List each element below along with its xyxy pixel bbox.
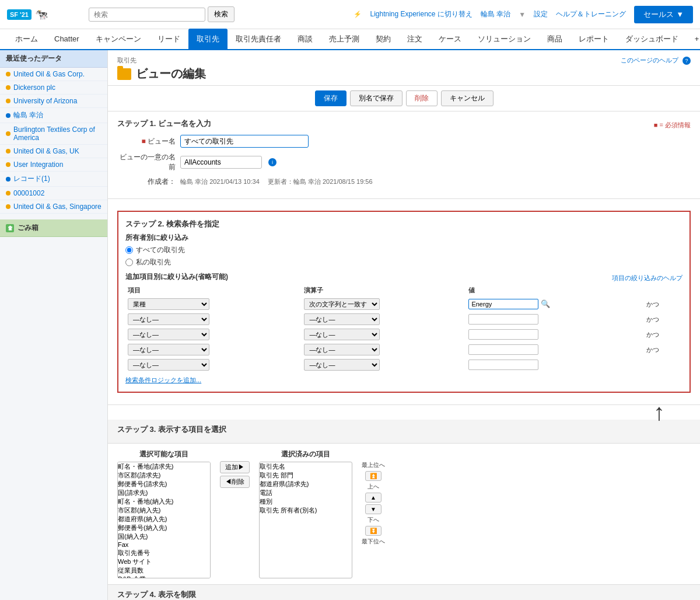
sidebar-item-7[interactable]: レコード(1) bbox=[0, 172, 107, 187]
up-label: 上へ bbox=[368, 483, 379, 491]
view-name-input[interactable] bbox=[180, 135, 309, 148]
save-as-button-top[interactable]: 別名で保存 bbox=[350, 90, 402, 106]
nav-forecast[interactable]: 売上予測 bbox=[321, 29, 368, 50]
nav-dashboard[interactable]: ダッシュボード bbox=[617, 29, 687, 50]
help-link[interactable]: ヘルプ＆トレーニング bbox=[556, 9, 626, 19]
available-item-9[interactable]: Fax bbox=[118, 541, 210, 549]
available-item-6[interactable]: 都道府県(納入先) bbox=[118, 515, 210, 524]
selected-list-area: 選択済みの項目 取引先名 取引先 部門 都道府県(請求先) 電話 種別 取引先 … bbox=[259, 449, 352, 578]
available-item-2[interactable]: 郵便番号(請求先) bbox=[118, 480, 210, 489]
search-input[interactable] bbox=[89, 8, 205, 22]
filter-value-input-1[interactable] bbox=[468, 314, 538, 325]
available-item-10[interactable]: 取引先番号 bbox=[118, 549, 210, 557]
user-menu[interactable]: 輪島 幸治 bbox=[481, 9, 510, 19]
nav-contract[interactable]: 契約 bbox=[368, 29, 399, 50]
available-item-7[interactable]: 郵便番号(納入先) bbox=[118, 524, 210, 532]
nav-product[interactable]: 商品 bbox=[539, 29, 570, 50]
selected-item-5[interactable]: 取引先 所有者(別名) bbox=[260, 506, 352, 515]
move-up-button[interactable]: ▲ bbox=[365, 493, 382, 503]
available-item-4[interactable]: 町名・番地(納入先) bbox=[118, 497, 210, 506]
owner-all-item: すべての取引先 bbox=[125, 245, 682, 255]
available-item-3[interactable]: 国(請求先) bbox=[118, 489, 210, 497]
add-logic-link[interactable]: 検索条件ロジックを追加... bbox=[125, 376, 201, 385]
filter-value-input-2[interactable] bbox=[468, 329, 538, 340]
nav-home[interactable]: ホーム bbox=[7, 29, 46, 50]
nav-account[interactable]: 取引先 bbox=[188, 29, 228, 50]
cancel-button-top[interactable]: キャンセル bbox=[441, 90, 494, 106]
sidebar-trash-section: 🗑 ごみ箱 bbox=[0, 219, 107, 237]
available-item-11[interactable]: Web サイト bbox=[118, 557, 210, 566]
remove-button[interactable]: ◀削除 bbox=[220, 476, 250, 488]
available-item-0[interactable]: 町名・番地(請求先) bbox=[118, 462, 210, 471]
sidebar-item-0[interactable]: United Oil & Gas Corp. bbox=[0, 68, 107, 81]
owner-mine-radio[interactable] bbox=[125, 259, 133, 266]
search-area: 検索 bbox=[89, 6, 252, 22]
selected-item-3[interactable]: 電話 bbox=[260, 489, 352, 497]
sidebar-item-5[interactable]: United Oil & Gas, UK bbox=[0, 145, 107, 158]
page-help-link[interactable]: このページのヘルプ bbox=[621, 56, 678, 65]
move-bottom-button[interactable]: ⏬ bbox=[365, 526, 382, 536]
selected-list[interactable]: 取引先名 取引先 部門 都道府県(請求先) 電話 種別 取引先 所有者(別名) bbox=[259, 462, 352, 578]
sidebar-item-3[interactable]: 輪島 幸治 bbox=[0, 108, 107, 123]
sidebar-item-6[interactable]: User Integration bbox=[0, 158, 107, 172]
nav-chatter[interactable]: Chatter bbox=[46, 29, 88, 50]
sidebar-dot bbox=[6, 85, 10, 90]
filter-row-4: —なし— —なし— bbox=[125, 357, 682, 372]
selected-item-2[interactable]: 都道府県(請求先) bbox=[260, 480, 352, 489]
filter-op-select-4[interactable]: —なし— bbox=[304, 359, 380, 371]
lightning-link[interactable]: Lightning Experience に切り替え bbox=[370, 9, 472, 19]
filter-item-select-4[interactable]: —なし— bbox=[128, 359, 209, 371]
nav-more[interactable]: + bbox=[687, 29, 700, 50]
nav-opportunity[interactable]: 商談 bbox=[289, 29, 321, 50]
nav-campaign[interactable]: キャンペーン bbox=[88, 29, 149, 50]
settings-link[interactable]: 設定 bbox=[534, 9, 548, 19]
filter-op-select-2[interactable]: —なし— bbox=[304, 329, 380, 340]
filter-help-link[interactable]: 項目の絞り込みのヘルプ bbox=[612, 274, 682, 282]
move-down-button[interactable]: ▼ bbox=[365, 504, 382, 514]
available-list[interactable]: 町名・番地(請求先) 市区郡(請求先) 郵便番号(請求先) 国(請求先) 町名・… bbox=[117, 462, 211, 578]
search-button[interactable]: 検索 bbox=[208, 6, 235, 22]
delete-button-top[interactable]: 削除 bbox=[406, 90, 438, 106]
nav-solution[interactable]: ソリューション bbox=[470, 29, 539, 50]
filter-and-1: かつ bbox=[646, 316, 659, 323]
save-button-top[interactable]: 保存 bbox=[315, 90, 346, 106]
nav-lead[interactable]: リード bbox=[149, 29, 188, 50]
filter-value-input-3[interactable] bbox=[468, 344, 538, 355]
filter-item-select-2[interactable]: —なし— bbox=[128, 329, 209, 340]
nav-case[interactable]: ケース bbox=[430, 29, 470, 50]
selected-item-4[interactable]: 種別 bbox=[260, 497, 352, 506]
nav-report[interactable]: レポート bbox=[570, 29, 617, 50]
nav-contact[interactable]: 取引先責任者 bbox=[228, 29, 289, 50]
filter-search-icon-0[interactable]: 🔍 bbox=[541, 299, 550, 308]
selected-item-1[interactable]: 取引先 部門 bbox=[260, 471, 352, 480]
available-item-12[interactable]: 従業員数 bbox=[118, 566, 210, 575]
filter-item-select-0[interactable]: 業種 bbox=[128, 298, 209, 310]
add-button[interactable]: 追加▶ bbox=[220, 461, 250, 473]
help-icon[interactable]: ? bbox=[682, 57, 691, 65]
filter-item-select-3[interactable]: —なし— bbox=[128, 344, 209, 355]
filter-value-input-4[interactable] bbox=[468, 360, 538, 370]
sidebar-dot bbox=[6, 149, 10, 154]
available-item-1[interactable]: 市区郡(請求先) bbox=[118, 471, 210, 480]
filter-op-select-3[interactable]: —なし— bbox=[304, 344, 380, 355]
owner-mine-item: 私の取引先 bbox=[125, 257, 682, 267]
unique-name-info-icon[interactable]: i bbox=[268, 158, 276, 166]
sidebar-item-8[interactable]: 00001002 bbox=[0, 187, 107, 200]
sidebar-item-9[interactable]: United Oil & Gas, Singapore bbox=[0, 200, 107, 214]
move-top-button[interactable]: ⏫ bbox=[365, 471, 382, 481]
filter-op-select-1[interactable]: —なし— bbox=[304, 313, 380, 325]
sidebar-item-1[interactable]: Dickerson plc bbox=[0, 81, 107, 95]
sidebar-item-4[interactable]: Burlington Textiles Corp of America bbox=[0, 123, 107, 145]
selected-item-0[interactable]: 取引先名 bbox=[260, 462, 352, 471]
sidebar-item-2[interactable]: University of Arizona bbox=[0, 95, 107, 108]
unique-name-input[interactable] bbox=[180, 156, 262, 169]
filter-item-select-1[interactable]: —なし— bbox=[128, 313, 209, 325]
owner-all-radio[interactable] bbox=[125, 246, 133, 254]
filter-value-input-0[interactable] bbox=[468, 299, 538, 309]
filter-op-select-0[interactable]: 次の文字列と一致する bbox=[304, 298, 380, 310]
available-item-5[interactable]: 市区郡(納入先) bbox=[118, 506, 210, 515]
available-item-13[interactable]: D&B 企業 bbox=[118, 575, 210, 578]
available-item-8[interactable]: 国(納入先) bbox=[118, 532, 210, 541]
sales-button[interactable]: セールス ▼ bbox=[634, 6, 693, 23]
nav-order[interactable]: 注文 bbox=[399, 29, 430, 50]
